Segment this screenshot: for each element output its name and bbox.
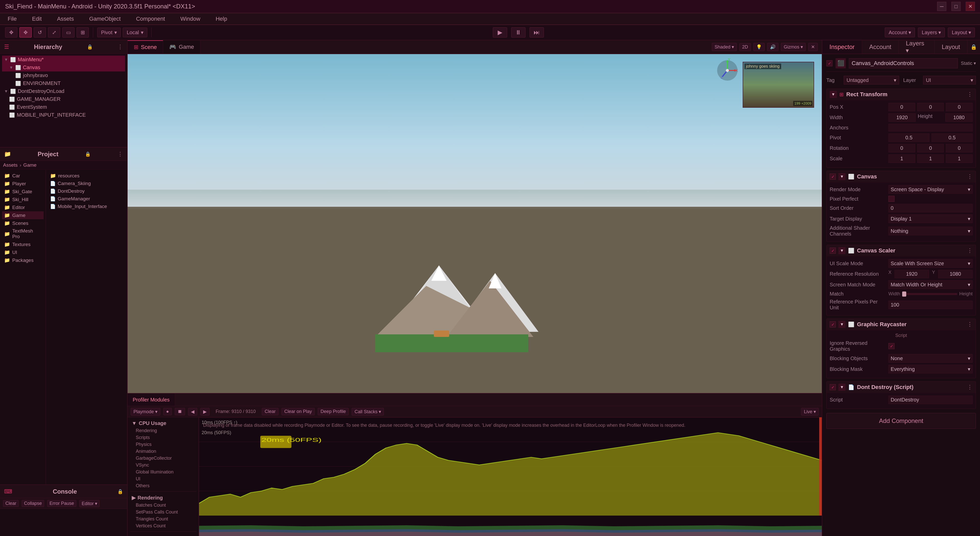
match-slider-thumb[interactable] <box>902 291 906 297</box>
clear-on-play-btn[interactable]: Clear on Play <box>282 408 315 415</box>
pixel-perfect-checkbox[interactable] <box>888 196 894 202</box>
profiler-item-scripts[interactable]: Scripts <box>130 434 197 441</box>
shaded-dropdown[interactable]: Shaded ▾ <box>712 43 737 51</box>
project-folder-scenes[interactable]: 📁 Scenes <box>2 219 44 227</box>
rendering-section-header[interactable]: ▶ Rendering <box>130 494 197 502</box>
local-dropdown[interactable]: Local ▾ <box>123 27 147 37</box>
canvas-header[interactable]: ✓ ▼ ⬜ Canvas ⋮ <box>827 171 976 183</box>
close-button[interactable]: ✕ <box>966 2 975 11</box>
scale-z-value[interactable]: 1 <box>946 154 973 163</box>
step-button[interactable]: ⏭ <box>530 27 544 38</box>
hierarchy-item-mainmenu[interactable]: ▼ ⬜ MainMenu* <box>2 56 125 64</box>
hand-tool[interactable]: ✥ <box>5 27 18 38</box>
profiler-item-ui[interactable]: UI <box>130 476 197 482</box>
script-value[interactable]: DontDestroy <box>888 396 973 404</box>
res-y-value[interactable]: 1080 <box>938 270 973 278</box>
height-value[interactable]: 1080 <box>945 113 973 122</box>
dont-destroy-expand-icon[interactable]: ▼ <box>838 383 845 391</box>
raycaster-expand-icon[interactable]: ▼ <box>838 321 845 328</box>
project-lock-icon[interactable]: 🔒 <box>85 151 91 157</box>
clear-button[interactable]: Clear <box>3 500 19 507</box>
tab-layers[interactable]: Layers ▾ <box>899 40 935 54</box>
profiler-item-vertices[interactable]: Vertices Count <box>130 522 197 530</box>
rotation-x-value[interactable]: 0 <box>888 144 915 153</box>
tab-account[interactable]: Account <box>862 40 899 54</box>
project-file-mobileinput[interactable]: 📄 Mobile_Input_Interface <box>48 203 125 210</box>
sort-order-value[interactable]: 0 <box>888 204 973 212</box>
profiler-item-gi[interactable]: Global Illumination <box>130 469 197 476</box>
memory-section-header[interactable]: ▶ Memory <box>130 534 197 536</box>
cpu-section-header[interactable]: ▼ CPU Usage <box>130 419 197 427</box>
pause-button[interactable]: ⏸ <box>511 27 525 38</box>
profiler-item-others[interactable]: Others <box>130 482 197 489</box>
scale-y-value[interactable]: 1 <box>917 154 944 163</box>
rect-expand-icon[interactable]: ▼ <box>830 91 837 98</box>
hierarchy-item-canvas[interactable]: ▼ ⬜ Canvas <box>2 64 125 72</box>
ref-pixels-value[interactable]: 100 <box>888 301 973 309</box>
pivot-y-value[interactable]: 0.5 <box>932 134 973 142</box>
lighting-toggle[interactable]: 💡 <box>753 43 765 51</box>
canvas-expand-icon[interactable]: ▼ <box>838 173 845 180</box>
menu-component[interactable]: Component <box>134 14 168 23</box>
ui-scale-dropdown[interactable]: Scale With Screen Size ▾ <box>888 259 973 268</box>
project-folder-skihill[interactable]: 📁 Ski_Hill <box>2 196 44 204</box>
console-lock-icon[interactable]: 🔒 <box>118 489 123 495</box>
menu-window[interactable]: Window <box>178 14 203 23</box>
record-btn[interactable]: ● <box>163 408 172 415</box>
transform-tool[interactable]: ⊞ <box>76 27 89 38</box>
error-pause-button[interactable]: Error Pause <box>47 500 76 507</box>
hierarchy-item-mobileinput[interactable]: ⬜ MOBILE_INPUT_INTERFACE <box>2 111 125 119</box>
menu-help[interactable]: Help <box>213 14 230 23</box>
dont-destroy-enabled-checkbox[interactable]: ✓ <box>830 384 836 390</box>
raycaster-menu-icon[interactable]: ⋮ <box>967 321 973 328</box>
scene-viewport[interactable]: johnny goes skiing 199 +2009 Y X Z <box>127 54 822 393</box>
hierarchy-item-eventsystem[interactable]: ⬜ EventSystem <box>2 103 125 111</box>
play-button[interactable]: ▶ <box>493 27 507 38</box>
project-folder-skigate[interactable]: 📁 Ski_Gate <box>2 188 44 196</box>
render-mode-dropdown[interactable]: Screen Space - Display ▾ <box>888 185 973 194</box>
dont-destroy-header[interactable]: ✓ ▼ 📄 Dont Destroy (Script) ⋮ <box>827 382 976 393</box>
project-folder-ui[interactable]: 📁 UI <box>2 248 44 256</box>
next-frame[interactable]: ▶ <box>200 408 210 415</box>
pos-x-value[interactable]: 0 <box>888 103 915 111</box>
scaler-enabled-checkbox[interactable]: ✓ <box>830 248 836 254</box>
scaler-menu-icon[interactable]: ⋮ <box>967 247 973 254</box>
profiler-clear-btn[interactable]: Clear <box>262 408 278 415</box>
move-tool[interactable]: ✥ <box>19 27 32 38</box>
project-file-resources[interactable]: 📁 resources <box>48 172 125 180</box>
raycaster-header[interactable]: ✓ ▼ ⬜ Graphic Raycaster ⋮ <box>827 319 976 330</box>
project-folder-game[interactable]: 📁 Game <box>2 212 44 219</box>
call-stacks-dropdown[interactable]: Call Stacks ▾ <box>352 408 384 415</box>
menu-edit[interactable]: Edit <box>29 14 44 23</box>
blocking-mask-dropdown[interactable]: Everything ▾ <box>888 365 973 374</box>
inspector-lock-btn[interactable]: 🔒 <box>967 44 980 50</box>
account-dropdown[interactable]: Account ▾ <box>885 27 915 37</box>
editor-dropdown[interactable]: Editor ▾ <box>80 500 100 507</box>
minimize-button[interactable]: ─ <box>937 2 946 11</box>
rect-tool[interactable]: ▭ <box>62 27 75 38</box>
prev-frame[interactable]: ◀ <box>188 408 197 415</box>
layout-dropdown[interactable]: Layout ▾ <box>948 27 975 37</box>
tab-scene[interactable]: ⊞ Scene <box>127 40 163 54</box>
live-dropdown[interactable]: Live ▾ <box>801 408 819 415</box>
project-file-gamemanager[interactable]: 📄 GameManager <box>48 195 125 203</box>
project-file-camera[interactable]: 📄 Camera_Skiing <box>48 180 125 187</box>
project-folder-car[interactable]: 📁 Car <box>2 172 44 180</box>
project-folder-textmesh[interactable]: 📁 TextMesh Pro <box>2 227 44 240</box>
canvas-enabled-checkbox[interactable]: ✓ <box>830 173 836 180</box>
project-folder-editor[interactable]: 📁 Editor <box>2 204 44 212</box>
hierarchy-menu-icon[interactable]: ⋮ <box>118 44 123 50</box>
hierarchy-item-environment[interactable]: ⬜ ENVIRONMENT <box>2 80 125 87</box>
menu-assets[interactable]: Assets <box>54 14 76 23</box>
tab-profiler-modules[interactable]: Profiler Modules <box>127 394 175 406</box>
hierarchy-lock-icon[interactable]: 🔒 <box>87 44 93 50</box>
breadcrumb-game[interactable]: Game <box>23 162 37 168</box>
scene-close[interactable]: ✕ <box>808 43 818 51</box>
maximize-button[interactable]: □ <box>951 2 961 11</box>
audio-toggle[interactable]: 🔊 <box>767 43 778 51</box>
rotation-y-value[interactable]: 0 <box>917 144 944 153</box>
layers-dropdown[interactable]: Layers ▾ <box>918 27 945 37</box>
shader-channels-dropdown[interactable]: Nothing ▾ <box>888 227 973 235</box>
profiler-item-animation[interactable]: Animation <box>130 448 197 455</box>
add-component-button[interactable]: Add Component <box>826 413 976 429</box>
